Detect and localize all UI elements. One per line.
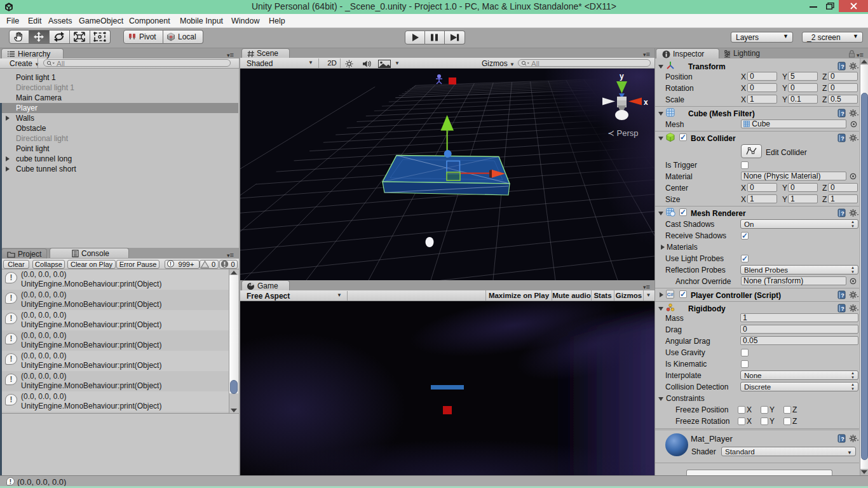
svg-text:?: ? <box>841 210 844 217</box>
svg-text:?: ? <box>841 64 844 70</box>
svg-text:y: y <box>620 72 624 81</box>
svg-text:?: ? <box>841 436 844 442</box>
svg-text:?: ? <box>841 292 844 299</box>
svg-text:!: ! <box>170 261 172 267</box>
svg-text:?: ? <box>841 306 844 312</box>
svg-text:≺ Persp: ≺ Persp <box>607 128 638 138</box>
svg-text:C#: C# <box>667 292 674 297</box>
svg-text:?: ? <box>841 135 844 142</box>
svg-text:?: ? <box>841 111 844 117</box>
svg-text:x: x <box>644 98 648 107</box>
